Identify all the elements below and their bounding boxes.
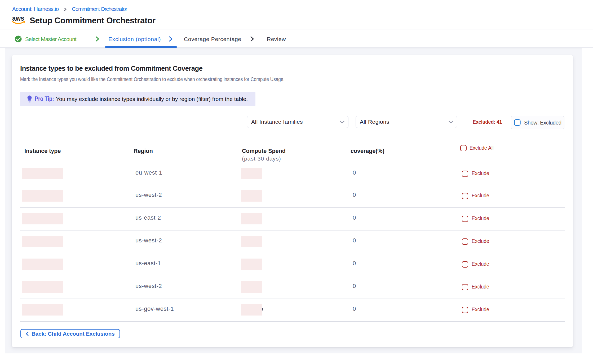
- svg-text:aws: aws: [12, 16, 24, 22]
